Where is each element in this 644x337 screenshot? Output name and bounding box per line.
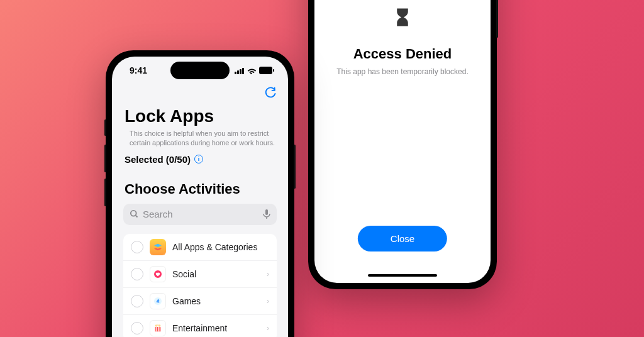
search-input[interactable]: Search — [123, 204, 277, 225]
list-label: Entertainment — [172, 323, 260, 333]
cellular-icon — [235, 67, 245, 74]
svg-rect-3 — [242, 68, 244, 74]
svg-rect-5 — [273, 69, 274, 72]
selected-count-row: Selected (0/50) i — [112, 148, 288, 170]
search-icon — [130, 209, 139, 219]
info-icon[interactable]: i — [194, 155, 203, 163]
power-button — [294, 145, 296, 189]
hourglass-icon — [389, 6, 416, 38]
wifi-icon — [247, 67, 257, 74]
games-icon — [150, 293, 166, 309]
radio-button[interactable] — [131, 241, 143, 253]
list-label: Games — [172, 296, 260, 306]
screen-lock-apps: 9:41 Lock Apps This choice is helpful wh… — [112, 57, 288, 337]
phone-frame-right: Access Denied This app has been temporar… — [308, 0, 497, 289]
list-label: All Apps & Categories — [172, 242, 269, 252]
access-denied-title: Access Denied — [353, 46, 452, 62]
status-icons — [235, 67, 274, 74]
svg-rect-8 — [265, 209, 268, 215]
battery-icon — [259, 67, 274, 74]
list-item-all-apps[interactable]: All Apps & Categories — [123, 234, 277, 261]
list-item-social[interactable]: Social › — [123, 261, 277, 288]
svg-rect-2 — [240, 69, 242, 74]
access-denied-subtitle: This app has been temporarily blocked. — [336, 67, 468, 76]
radio-button[interactable] — [131, 295, 143, 307]
phone-frame-left: 9:41 Lock Apps This choice is helpful wh… — [106, 50, 294, 337]
svg-line-7 — [135, 216, 137, 218]
volume-down-button — [104, 179, 106, 206]
home-indicator — [368, 274, 437, 277]
page-subtitle: This choice is helpful when you aim to r… — [112, 129, 288, 148]
list-item-entertainment[interactable]: Entertainment › — [123, 315, 277, 337]
chevron-right-icon: › — [267, 270, 269, 279]
microphone-icon[interactable] — [263, 209, 270, 219]
svg-rect-4 — [259, 67, 272, 74]
search-placeholder: Search — [143, 209, 259, 219]
list-label: Social — [172, 269, 260, 279]
chevron-right-icon: › — [267, 324, 269, 333]
screen-access-denied: Access Denied This app has been temporar… — [314, 0, 491, 283]
activities-list: All Apps & Categories Social › Games › — [123, 234, 277, 337]
status-time: 9:41 — [130, 65, 147, 75]
chevron-right-icon: › — [267, 297, 269, 306]
entertainment-icon — [150, 320, 166, 336]
radio-button[interactable] — [131, 268, 143, 280]
side-button — [496, 0, 498, 38]
list-item-games[interactable]: Games › — [123, 288, 277, 315]
close-button[interactable]: Close — [358, 226, 447, 251]
side-button — [104, 119, 106, 136]
social-icon — [150, 266, 166, 282]
choose-activities-title: Choose Activities — [112, 170, 288, 204]
dynamic-island — [170, 62, 230, 79]
refresh-icon[interactable] — [264, 87, 277, 102]
svg-point-6 — [131, 211, 136, 216]
svg-point-17 — [158, 324, 160, 326]
svg-rect-0 — [235, 72, 236, 74]
volume-up-button — [104, 145, 106, 172]
stack-icon — [150, 239, 166, 255]
selected-count-label: Selected (0/50) — [125, 154, 191, 165]
radio-button[interactable] — [131, 322, 143, 334]
page-title: Lock Apps — [112, 104, 288, 129]
svg-rect-13 — [155, 327, 160, 331]
svg-rect-1 — [237, 70, 239, 74]
